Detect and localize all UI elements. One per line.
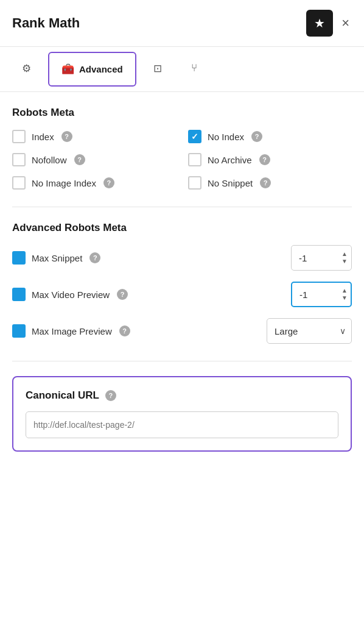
header-actions: ★ ×: [306, 10, 352, 37]
max-video-preview-label: Max Video Preview: [32, 290, 110, 300]
index-help-icon[interactable]: ?: [61, 131, 72, 142]
max-snippet-checkbox[interactable]: [12, 251, 26, 265]
social-icon: ⑂: [191, 62, 197, 74]
header: Rank Math ★ ×: [0, 0, 364, 47]
checkbox-no-archive[interactable]: No Archive ?: [188, 153, 352, 166]
tab-snippet[interactable]: ⊡: [141, 52, 174, 87]
star-icon: ★: [314, 16, 325, 30]
nofollow-checkbox[interactable]: [12, 153, 26, 166]
no-snippet-help-icon[interactable]: ?: [260, 177, 271, 188]
max-image-preview-select[interactable]: None Standard Large: [267, 318, 352, 344]
content-area: Robots Meta Index ? No Index ? Nofollow …: [0, 92, 364, 478]
tab-bar: ⚙ 🧰 Advanced ⊡ ⑂: [0, 47, 364, 92]
max-video-preview-row: Max Video Preview ? ▲ ▼: [12, 282, 352, 307]
max-video-preview-spinners: ▲ ▼: [340, 287, 349, 302]
toolbox-icon: 🧰: [61, 63, 74, 76]
max-snippet-down[interactable]: ▼: [340, 258, 349, 265]
canonical-section: Canonical URL ?: [12, 376, 352, 452]
no-snippet-checkbox[interactable]: [188, 176, 201, 190]
max-image-preview-checkbox[interactable]: [12, 324, 26, 338]
max-video-preview-input-wrap: ▲ ▼: [291, 282, 352, 307]
robots-meta-title: Robots Meta: [12, 107, 352, 119]
max-snippet-help-icon[interactable]: ?: [89, 252, 100, 263]
max-image-preview-left: Max Image Preview ?: [12, 324, 130, 338]
max-snippet-spinners: ▲ ▼: [340, 251, 349, 265]
section-divider-2: [12, 361, 352, 361]
max-snippet-input-wrap: ▲ ▼: [291, 245, 352, 271]
max-snippet-label: Max Snippet: [32, 253, 82, 263]
nofollow-help-icon[interactable]: ?: [74, 154, 85, 165]
max-video-preview-down[interactable]: ▼: [340, 294, 349, 302]
tab-settings[interactable]: ⚙: [10, 52, 43, 87]
max-image-preview-help-icon[interactable]: ?: [119, 325, 130, 336]
star-button[interactable]: ★: [306, 10, 333, 37]
settings-icon: ⚙: [22, 62, 31, 75]
nofollow-label: Nofollow: [32, 155, 67, 165]
max-image-preview-select-wrap: None Standard Large ∨: [267, 318, 352, 344]
checkbox-index[interactable]: Index ?: [12, 130, 176, 143]
snippet-icon: ⊡: [153, 62, 162, 75]
no-archive-checkbox[interactable]: [188, 153, 201, 166]
checkbox-nofollow[interactable]: Nofollow ?: [12, 153, 176, 166]
tab-advanced[interactable]: 🧰 Advanced: [48, 52, 136, 87]
close-icon: ×: [341, 15, 349, 30]
no-image-index-help-icon[interactable]: ?: [103, 177, 114, 188]
no-index-help-icon[interactable]: ?: [251, 131, 262, 142]
checkbox-no-image-index[interactable]: No Image Index ?: [12, 176, 176, 190]
section-divider-1: [12, 207, 352, 207]
no-archive-label: No Archive: [208, 155, 252, 165]
checkbox-no-index[interactable]: No Index ?: [188, 130, 352, 143]
no-snippet-label: No Snippet: [208, 178, 253, 188]
max-snippet-up[interactable]: ▲: [340, 251, 349, 258]
tab-advanced-label: Advanced: [79, 64, 123, 74]
max-video-preview-up[interactable]: ▲: [340, 287, 349, 294]
canonical-title-text: Canonical URL: [26, 389, 99, 402]
robots-meta-grid: Index ? No Index ? Nofollow ? No Archive…: [12, 130, 352, 190]
advanced-robots-meta-title: Advanced Robots Meta: [12, 222, 352, 234]
no-image-index-checkbox[interactable]: [12, 176, 26, 190]
max-video-preview-left: Max Video Preview ?: [12, 288, 128, 301]
tab-social[interactable]: ⑂: [179, 52, 209, 86]
no-index-label: No Index: [208, 132, 244, 142]
close-button[interactable]: ×: [339, 13, 352, 34]
checkbox-no-snippet[interactable]: No Snippet ?: [188, 176, 352, 190]
robots-meta-section: Robots Meta Index ? No Index ? Nofollow …: [12, 107, 352, 190]
max-snippet-row: Max Snippet ? ▲ ▼: [12, 245, 352, 271]
max-video-preview-checkbox[interactable]: [12, 288, 26, 301]
canonical-help-icon[interactable]: ?: [105, 390, 116, 401]
index-checkbox[interactable]: [12, 130, 26, 143]
advanced-robots-meta-section: Advanced Robots Meta Max Snippet ? ▲ ▼ M…: [12, 222, 352, 344]
canonical-url-input[interactable]: [26, 411, 338, 438]
no-archive-help-icon[interactable]: ?: [259, 154, 270, 165]
max-video-preview-help-icon[interactable]: ?: [117, 289, 128, 300]
no-index-checkbox[interactable]: [188, 130, 201, 143]
index-label: Index: [32, 132, 54, 142]
no-image-index-label: No Image Index: [32, 178, 96, 188]
max-image-preview-row: Max Image Preview ? None Standard Large …: [12, 318, 352, 344]
max-image-preview-label: Max Image Preview: [32, 326, 112, 336]
canonical-title: Canonical URL ?: [26, 389, 338, 402]
app-title: Rank Math: [12, 15, 80, 31]
max-snippet-left: Max Snippet ?: [12, 251, 100, 265]
